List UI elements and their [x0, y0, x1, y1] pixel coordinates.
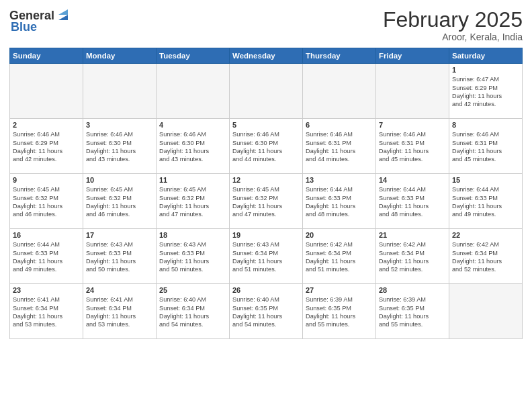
calendar-cell: 2Sunrise: 6:46 AM Sunset: 6:29 PM Daylig… [10, 119, 83, 174]
calendar-cell: 19Sunrise: 6:43 AM Sunset: 6:34 PM Dayli… [230, 229, 303, 284]
calendar-week-3: 9Sunrise: 6:45 AM Sunset: 6:32 PM Daylig… [10, 174, 523, 229]
day-info: Sunrise: 6:44 AM Sunset: 6:33 PM Dayligh… [452, 185, 519, 219]
day-number: 17 [86, 231, 153, 239]
day-number: 4 [159, 121, 226, 129]
day-number: 24 [86, 286, 153, 294]
calendar-header-row: SundayMondayTuesdayWednesdayThursdayFrid… [10, 48, 523, 64]
calendar-week-1: 1Sunrise: 6:47 AM Sunset: 6:29 PM Daylig… [10, 64, 523, 119]
calendar-cell: 8Sunrise: 6:46 AM Sunset: 6:31 PM Daylig… [449, 119, 523, 174]
calendar-cell: 14Sunrise: 6:44 AM Sunset: 6:33 PM Dayli… [376, 174, 449, 229]
calendar-cell: 22Sunrise: 6:42 AM Sunset: 6:34 PM Dayli… [449, 229, 523, 284]
day-info: Sunrise: 6:47 AM Sunset: 6:29 PM Dayligh… [452, 75, 519, 109]
day-info: Sunrise: 6:42 AM Sunset: 6:34 PM Dayligh… [452, 240, 519, 274]
calendar-week-2: 2Sunrise: 6:46 AM Sunset: 6:29 PM Daylig… [10, 119, 523, 174]
day-number: 11 [159, 176, 226, 184]
day-number: 5 [232, 121, 300, 129]
svg-marker-1 [58, 9, 68, 15]
day-number: 7 [379, 121, 446, 129]
day-info: Sunrise: 6:44 AM Sunset: 6:33 PM Dayligh… [306, 185, 373, 219]
day-info: Sunrise: 6:44 AM Sunset: 6:33 PM Dayligh… [13, 240, 80, 274]
day-info: Sunrise: 6:40 AM Sunset: 6:34 PM Dayligh… [159, 295, 226, 329]
logo: General Blue [9, 8, 71, 34]
calendar-cell [10, 64, 83, 119]
calendar-header-thursday: Thursday [303, 48, 376, 64]
day-info: Sunrise: 6:43 AM Sunset: 6:34 PM Dayligh… [232, 240, 300, 274]
logo-icon [56, 8, 71, 23]
calendar-header-monday: Monday [83, 48, 157, 64]
calendar-cell: 6Sunrise: 6:46 AM Sunset: 6:31 PM Daylig… [303, 119, 376, 174]
day-info: Sunrise: 6:43 AM Sunset: 6:33 PM Dayligh… [86, 240, 153, 274]
day-number: 23 [13, 286, 80, 294]
calendar-cell: 28Sunrise: 6:39 AM Sunset: 6:35 PM Dayli… [376, 284, 449, 339]
calendar-header-saturday: Saturday [449, 48, 523, 64]
day-number: 10 [86, 176, 153, 184]
calendar-cell: 9Sunrise: 6:45 AM Sunset: 6:32 PM Daylig… [10, 174, 83, 229]
day-info: Sunrise: 6:39 AM Sunset: 6:35 PM Dayligh… [306, 295, 373, 329]
calendar-cell: 20Sunrise: 6:42 AM Sunset: 6:34 PM Dayli… [303, 229, 376, 284]
day-info: Sunrise: 6:46 AM Sunset: 6:30 PM Dayligh… [159, 130, 226, 164]
calendar-cell [449, 284, 523, 339]
calendar-cell: 21Sunrise: 6:42 AM Sunset: 6:34 PM Dayli… [376, 229, 449, 284]
calendar-table: SundayMondayTuesdayWednesdayThursdayFrid… [9, 48, 523, 339]
day-number: 6 [306, 121, 373, 129]
day-number: 3 [86, 121, 153, 129]
header: General Blue February 2025 Aroor, Kerala… [9, 8, 523, 42]
day-number: 27 [306, 286, 373, 294]
calendar-cell: 17Sunrise: 6:43 AM Sunset: 6:33 PM Dayli… [83, 229, 157, 284]
calendar-cell: 10Sunrise: 6:45 AM Sunset: 6:32 PM Dayli… [83, 174, 157, 229]
header-right: February 2025 Aroor, Kerala, India [383, 8, 523, 42]
day-number: 13 [306, 176, 373, 184]
calendar-week-4: 16Sunrise: 6:44 AM Sunset: 6:33 PM Dayli… [10, 229, 523, 284]
calendar-cell [157, 64, 230, 119]
day-number: 16 [13, 231, 80, 239]
calendar-week-5: 23Sunrise: 6:41 AM Sunset: 6:34 PM Dayli… [10, 284, 523, 339]
logo-blue-text: Blue [11, 20, 37, 34]
calendar-cell: 11Sunrise: 6:45 AM Sunset: 6:32 PM Dayli… [157, 174, 230, 229]
calendar-cell: 3Sunrise: 6:46 AM Sunset: 6:30 PM Daylig… [83, 119, 157, 174]
day-number: 21 [379, 231, 446, 239]
day-info: Sunrise: 6:46 AM Sunset: 6:30 PM Dayligh… [86, 130, 153, 164]
calendar-cell: 5Sunrise: 6:46 AM Sunset: 6:30 PM Daylig… [230, 119, 303, 174]
calendar-cell: 18Sunrise: 6:43 AM Sunset: 6:33 PM Dayli… [157, 229, 230, 284]
day-info: Sunrise: 6:46 AM Sunset: 6:31 PM Dayligh… [452, 130, 519, 164]
day-number: 14 [379, 176, 446, 184]
day-info: Sunrise: 6:40 AM Sunset: 6:35 PM Dayligh… [232, 295, 300, 329]
calendar-header-friday: Friday [376, 48, 449, 64]
location: Aroor, Kerala, India [383, 32, 523, 42]
day-info: Sunrise: 6:42 AM Sunset: 6:34 PM Dayligh… [379, 240, 446, 274]
calendar-cell: 7Sunrise: 6:46 AM Sunset: 6:31 PM Daylig… [376, 119, 449, 174]
day-info: Sunrise: 6:39 AM Sunset: 6:35 PM Dayligh… [379, 295, 446, 329]
day-info: Sunrise: 6:44 AM Sunset: 6:33 PM Dayligh… [379, 185, 446, 219]
calendar-cell: 24Sunrise: 6:41 AM Sunset: 6:34 PM Dayli… [83, 284, 157, 339]
day-number: 19 [232, 231, 300, 239]
calendar-cell: 12Sunrise: 6:45 AM Sunset: 6:32 PM Dayli… [230, 174, 303, 229]
day-info: Sunrise: 6:41 AM Sunset: 6:34 PM Dayligh… [86, 295, 153, 329]
page: General Blue February 2025 Aroor, Kerala… [0, 0, 532, 411]
day-number: 1 [452, 66, 519, 74]
day-number: 26 [232, 286, 300, 294]
day-number: 22 [452, 231, 519, 239]
calendar-cell: 4Sunrise: 6:46 AM Sunset: 6:30 PM Daylig… [157, 119, 230, 174]
day-info: Sunrise: 6:41 AM Sunset: 6:34 PM Dayligh… [13, 295, 80, 329]
calendar-cell: 1Sunrise: 6:47 AM Sunset: 6:29 PM Daylig… [449, 64, 523, 119]
day-info: Sunrise: 6:45 AM Sunset: 6:32 PM Dayligh… [86, 185, 153, 219]
calendar-cell [83, 64, 157, 119]
calendar-cell: 15Sunrise: 6:44 AM Sunset: 6:33 PM Dayli… [449, 174, 523, 229]
svg-marker-0 [58, 15, 68, 20]
day-number: 28 [379, 286, 446, 294]
day-number: 18 [159, 231, 226, 239]
day-number: 15 [452, 176, 519, 184]
calendar-cell: 13Sunrise: 6:44 AM Sunset: 6:33 PM Dayli… [303, 174, 376, 229]
day-info: Sunrise: 6:46 AM Sunset: 6:29 PM Dayligh… [13, 130, 80, 164]
day-info: Sunrise: 6:46 AM Sunset: 6:31 PM Dayligh… [379, 130, 446, 164]
day-info: Sunrise: 6:46 AM Sunset: 6:30 PM Dayligh… [232, 130, 300, 164]
calendar-cell: 23Sunrise: 6:41 AM Sunset: 6:34 PM Dayli… [10, 284, 83, 339]
day-number: 12 [232, 176, 300, 184]
day-info: Sunrise: 6:45 AM Sunset: 6:32 PM Dayligh… [232, 185, 300, 219]
calendar-cell: 25Sunrise: 6:40 AM Sunset: 6:34 PM Dayli… [157, 284, 230, 339]
day-info: Sunrise: 6:46 AM Sunset: 6:31 PM Dayligh… [306, 130, 373, 164]
day-info: Sunrise: 6:45 AM Sunset: 6:32 PM Dayligh… [159, 185, 226, 219]
calendar-header-tuesday: Tuesday [157, 48, 230, 64]
calendar-cell: 27Sunrise: 6:39 AM Sunset: 6:35 PM Dayli… [303, 284, 376, 339]
calendar-cell: 16Sunrise: 6:44 AM Sunset: 6:33 PM Dayli… [10, 229, 83, 284]
